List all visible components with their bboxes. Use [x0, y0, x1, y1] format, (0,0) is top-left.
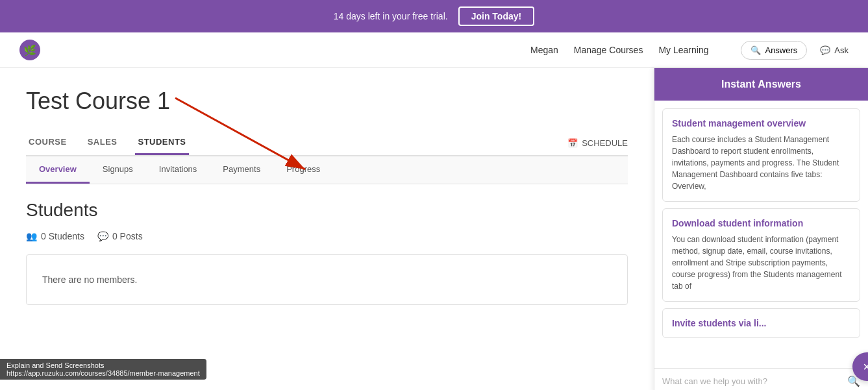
answer-card-2-title[interactable]: Download student information [672, 218, 850, 228]
ask-label: Ask [834, 45, 849, 55]
sub-tabs: Overview Signups Invitations Payments Pr… [26, 156, 628, 184]
top-banner: 14 days left in your free trial. Join To… [0, 0, 868, 32]
answer-card-1-text: Each course includes a Student Managemen… [672, 134, 850, 192]
subtab-overview[interactable]: Overview [26, 156, 90, 184]
schedule-button[interactable]: 📅 SCHEDULE [567, 138, 628, 148]
subtab-progress[interactable]: Progress [273, 156, 333, 184]
students-count: 👥 0 Students [26, 231, 84, 241]
search-circle-icon: 🔍 [750, 45, 761, 55]
tab-students[interactable]: STUDENTS [135, 130, 188, 155]
manage-courses-link[interactable]: Manage Courses [574, 45, 643, 55]
header-nav-links: Megan Manage Courses My Learning [530, 45, 708, 55]
students-count-label: 0 Students [41, 231, 84, 241]
students-stats: 👥 0 Students 💬 0 Posts [26, 231, 628, 241]
course-content: Test Course 1 COURSE SALES STUDENTS 📅 SC… [0, 68, 654, 390]
chat-icon: 💬 [97, 231, 108, 241]
subtab-invitations[interactable]: Invitations [146, 156, 210, 184]
tab-sales[interactable]: SALES [85, 130, 120, 155]
panel-search[interactable]: 🔍 [654, 368, 868, 390]
ask-button[interactable]: 💬 Ask [820, 45, 849, 55]
user-name: Megan [530, 45, 558, 55]
subtab-signups[interactable]: Signups [90, 156, 146, 184]
main-layout: Test Course 1 COURSE SALES STUDENTS 📅 SC… [0, 68, 868, 390]
answer-card-1-title[interactable]: Student management overview [672, 118, 850, 128]
schedule-label: SCHEDULE [582, 138, 628, 148]
chat-circle-icon: 💬 [820, 45, 830, 55]
panel-results[interactable]: Student management overview Each course … [654, 101, 868, 368]
posts-count-label: 0 Posts [112, 231, 143, 241]
course-title: Test Course 1 [26, 88, 628, 115]
no-members-text: There are no members. [42, 274, 137, 285]
header-actions: 🔍 Answers 💬 Ask [741, 41, 849, 60]
answer-card-2-text: You can download student information (pa… [672, 234, 850, 292]
my-learning-link[interactable]: My Learning [658, 45, 708, 55]
tab-course[interactable]: COURSE [26, 130, 69, 155]
users-icon: 👥 [26, 231, 37, 241]
students-section: Students 👥 0 Students 💬 0 Posts There ar… [26, 184, 628, 321]
banner-text: 14 days left in your free trial. [334, 11, 448, 21]
answer-card-3-title[interactable]: Invite students via li... [672, 318, 850, 328]
students-heading: Students [26, 200, 628, 221]
instant-answers-panel: Instant Answers Student management overv… [654, 68, 868, 390]
calendar-icon: 📅 [567, 138, 578, 148]
answers-button[interactable]: 🔍 Answers [741, 41, 807, 60]
course-tabs: COURSE SALES STUDENTS 📅 SCHEDULE [26, 130, 628, 156]
search-input[interactable] [662, 376, 847, 386]
panel-header: Instant Answers [654, 68, 868, 101]
subtab-payments[interactable]: Payments [210, 156, 273, 184]
logo-icon: 🌿 [19, 40, 40, 60]
join-today-button[interactable]: Join Today! [458, 6, 535, 26]
answers-label: Answers [765, 45, 797, 55]
header-nav: 🌿 Megan Manage Courses My Learning 🔍 Ans… [0, 32, 868, 68]
url-text: https://app.ruzuku.com/courses/34885/mem… [6, 369, 200, 377]
answer-card-3[interactable]: Invite students via li... [662, 308, 860, 338]
answer-card-2[interactable]: Download student information You can dow… [662, 208, 860, 302]
answer-card-1[interactable]: Student management overview Each course … [662, 108, 860, 202]
no-members-box: There are no members. [26, 254, 628, 305]
panel-title: Instant Answers [721, 79, 801, 90]
explain-text: Explain and Send Screenshots [6, 361, 200, 369]
posts-count: 💬 0 Posts [97, 231, 143, 241]
explain-bar: Explain and Send Screenshots https://app… [0, 359, 206, 380]
